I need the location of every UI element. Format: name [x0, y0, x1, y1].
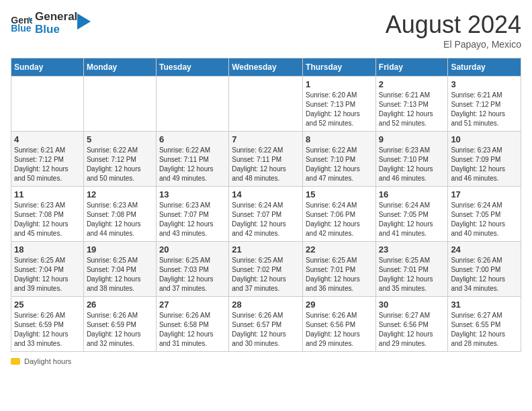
day-number: 10	[451, 134, 518, 144]
day-info: Sunrise: 6:21 AM Sunset: 7:12 PM Dayligh…	[451, 91, 518, 128]
calendar-cell: 6Sunrise: 6:22 AM Sunset: 7:11 PM Daylig…	[156, 132, 228, 187]
calendar-cell: 15Sunrise: 6:24 AM Sunset: 7:06 PM Dayli…	[303, 187, 376, 242]
day-number: 12	[87, 189, 153, 199]
weekday-header-thursday: Thursday	[303, 58, 376, 77]
footer: Daylight hours	[11, 357, 521, 365]
day-info: Sunrise: 6:26 AM Sunset: 6:59 PM Dayligh…	[14, 311, 81, 349]
page-header: General Blue General Blue August 2024 El…	[11, 11, 521, 50]
day-number: 9	[379, 134, 445, 144]
calendar-cell: 22Sunrise: 6:25 AM Sunset: 7:01 PM Dayli…	[303, 242, 376, 297]
day-info: Sunrise: 6:25 AM Sunset: 7:04 PM Dayligh…	[87, 256, 153, 293]
calendar-cell: 3Sunrise: 6:21 AM Sunset: 7:12 PM Daylig…	[448, 77, 521, 132]
logo-general: General	[35, 11, 77, 24]
calendar-cell: 27Sunrise: 6:26 AM Sunset: 6:58 PM Dayli…	[156, 297, 228, 352]
day-number: 21	[232, 244, 300, 255]
day-info: Sunrise: 6:22 AM Sunset: 7:12 PM Dayligh…	[87, 146, 153, 183]
day-number: 2	[379, 79, 445, 89]
day-number: 23	[379, 244, 445, 255]
calendar-cell: 24Sunrise: 6:26 AM Sunset: 7:00 PM Dayli…	[448, 242, 521, 297]
calendar-cell: 13Sunrise: 6:23 AM Sunset: 7:07 PM Dayli…	[156, 187, 228, 242]
day-info: Sunrise: 6:23 AM Sunset: 7:08 PM Dayligh…	[87, 201, 153, 238]
day-number: 16	[379, 189, 445, 199]
calendar-cell	[156, 77, 228, 132]
day-info: Sunrise: 6:25 AM Sunset: 7:01 PM Dayligh…	[379, 256, 445, 293]
day-number: 5	[87, 134, 153, 144]
day-number: 25	[14, 300, 81, 310]
week-row-3: 11Sunrise: 6:23 AM Sunset: 7:08 PM Dayli…	[11, 187, 521, 242]
calendar-table: SundayMondayTuesdayWednesdayThursdayFrid…	[11, 58, 521, 352]
weekday-header-sunday: Sunday	[11, 58, 84, 77]
day-info: Sunrise: 6:24 AM Sunset: 7:07 PM Dayligh…	[232, 201, 300, 238]
day-info: Sunrise: 6:24 AM Sunset: 7:05 PM Dayligh…	[379, 201, 445, 238]
calendar-cell: 4Sunrise: 6:21 AM Sunset: 7:12 PM Daylig…	[11, 132, 84, 187]
footer-label: Daylight hours	[24, 357, 71, 365]
svg-text:Blue: Blue	[11, 23, 32, 33]
day-number: 19	[87, 244, 153, 255]
title-block: August 2024 El Papayo, Mexico	[386, 11, 521, 50]
calendar-cell: 31Sunrise: 6:27 AM Sunset: 6:55 PM Dayli…	[448, 297, 521, 352]
day-info: Sunrise: 6:25 AM Sunset: 7:04 PM Dayligh…	[14, 256, 81, 293]
logo-arrow-icon	[77, 13, 91, 30]
calendar-cell: 11Sunrise: 6:23 AM Sunset: 7:08 PM Dayli…	[11, 187, 84, 242]
day-info: Sunrise: 6:20 AM Sunset: 7:13 PM Dayligh…	[306, 91, 373, 128]
calendar-cell: 23Sunrise: 6:25 AM Sunset: 7:01 PM Dayli…	[375, 242, 448, 297]
day-number: 3	[451, 79, 518, 89]
week-row-5: 25Sunrise: 6:26 AM Sunset: 6:59 PM Dayli…	[11, 297, 521, 352]
day-number: 18	[14, 244, 81, 255]
day-number: 31	[451, 300, 518, 310]
weekday-header-tuesday: Tuesday	[156, 58, 228, 77]
calendar-cell: 16Sunrise: 6:24 AM Sunset: 7:05 PM Dayli…	[375, 187, 448, 242]
day-info: Sunrise: 6:27 AM Sunset: 6:56 PM Dayligh…	[379, 311, 445, 349]
calendar-cell: 12Sunrise: 6:23 AM Sunset: 7:08 PM Dayli…	[83, 187, 156, 242]
day-number: 24	[451, 244, 518, 255]
day-info: Sunrise: 6:26 AM Sunset: 6:57 PM Dayligh…	[232, 311, 300, 349]
calendar-cell: 28Sunrise: 6:26 AM Sunset: 6:57 PM Dayli…	[229, 297, 303, 352]
weekday-header-friday: Friday	[375, 58, 448, 77]
day-info: Sunrise: 6:26 AM Sunset: 6:56 PM Dayligh…	[306, 311, 373, 349]
day-number: 11	[14, 189, 81, 199]
calendar-cell: 30Sunrise: 6:27 AM Sunset: 6:56 PM Dayli…	[375, 297, 448, 352]
day-info: Sunrise: 6:26 AM Sunset: 6:58 PM Dayligh…	[159, 311, 226, 349]
day-info: Sunrise: 6:25 AM Sunset: 7:02 PM Dayligh…	[232, 256, 300, 293]
calendar-cell: 21Sunrise: 6:25 AM Sunset: 7:02 PM Dayli…	[229, 242, 303, 297]
day-number: 17	[451, 189, 518, 199]
day-number: 8	[306, 134, 373, 144]
calendar-cell: 2Sunrise: 6:21 AM Sunset: 7:13 PM Daylig…	[375, 77, 448, 132]
calendar-cell: 19Sunrise: 6:25 AM Sunset: 7:04 PM Dayli…	[83, 242, 156, 297]
calendar-cell: 17Sunrise: 6:24 AM Sunset: 7:05 PM Dayli…	[448, 187, 521, 242]
day-info: Sunrise: 6:21 AM Sunset: 7:13 PM Dayligh…	[379, 91, 445, 128]
day-info: Sunrise: 6:22 AM Sunset: 7:11 PM Dayligh…	[232, 146, 300, 183]
day-number: 15	[306, 189, 373, 199]
calendar-cell: 8Sunrise: 6:22 AM Sunset: 7:10 PM Daylig…	[303, 132, 376, 187]
calendar-cell: 7Sunrise: 6:22 AM Sunset: 7:11 PM Daylig…	[229, 132, 303, 187]
calendar-cell: 25Sunrise: 6:26 AM Sunset: 6:59 PM Dayli…	[11, 297, 84, 352]
day-info: Sunrise: 6:25 AM Sunset: 7:01 PM Dayligh…	[306, 256, 373, 293]
svg-marker-4	[77, 13, 91, 30]
day-number: 27	[159, 300, 226, 310]
day-number: 1	[306, 79, 373, 89]
day-info: Sunrise: 6:22 AM Sunset: 7:10 PM Dayligh…	[306, 146, 373, 183]
day-number: 6	[159, 134, 226, 144]
calendar-cell: 26Sunrise: 6:26 AM Sunset: 6:59 PM Dayli…	[83, 297, 156, 352]
weekday-header-monday: Monday	[83, 58, 156, 77]
calendar-cell	[11, 77, 84, 132]
calendar-cell	[83, 77, 156, 132]
day-info: Sunrise: 6:22 AM Sunset: 7:11 PM Dayligh…	[159, 146, 226, 183]
calendar-cell: 9Sunrise: 6:23 AM Sunset: 7:10 PM Daylig…	[375, 132, 448, 187]
day-number: 26	[87, 300, 153, 310]
calendar-cell: 5Sunrise: 6:22 AM Sunset: 7:12 PM Daylig…	[83, 132, 156, 187]
day-number: 30	[379, 300, 445, 310]
day-info: Sunrise: 6:26 AM Sunset: 6:59 PM Dayligh…	[87, 311, 153, 349]
day-info: Sunrise: 6:27 AM Sunset: 6:55 PM Dayligh…	[451, 311, 518, 349]
day-number: 7	[232, 134, 300, 144]
day-number: 14	[232, 189, 300, 199]
day-number: 22	[306, 244, 373, 255]
calendar-cell	[229, 77, 303, 132]
calendar-cell: 10Sunrise: 6:23 AM Sunset: 7:09 PM Dayli…	[448, 132, 521, 187]
day-info: Sunrise: 6:23 AM Sunset: 7:09 PM Dayligh…	[451, 146, 518, 183]
month-title: August 2024	[386, 11, 521, 39]
location-text: El Papayo, Mexico	[386, 39, 521, 50]
day-info: Sunrise: 6:24 AM Sunset: 7:06 PM Dayligh…	[306, 201, 373, 238]
weekday-header-row: SundayMondayTuesdayWednesdayThursdayFrid…	[11, 58, 521, 77]
day-info: Sunrise: 6:23 AM Sunset: 7:08 PM Dayligh…	[14, 201, 81, 238]
